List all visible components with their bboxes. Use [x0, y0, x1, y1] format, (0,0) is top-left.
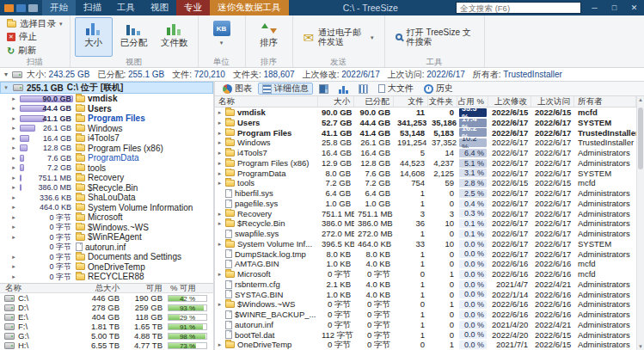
- file-row[interactable]: ▸ProgramData8.0 GB7.6 GB14,6082,1253.1 %…: [215, 169, 636, 179]
- treemap-button[interactable]: [315, 83, 333, 95]
- refresh-button[interactable]: ↻ 刷新: [4, 44, 65, 57]
- drive-column-header[interactable]: 名称: [3, 283, 77, 294]
- tree-item[interactable]: ▸12.8 GBProgram Files (x86): [0, 144, 213, 154]
- chevron-down-icon[interactable]: ▾: [4, 71, 8, 78]
- file-row[interactable]: autorun.inf0 字节0 字节100.0 %2021/4/202022/…: [215, 320, 636, 330]
- history-clock-button[interactable]: 历史: [420, 83, 457, 95]
- expand-icon[interactable]: ▸: [10, 194, 17, 201]
- unit-button[interactable]: KB ▾: [203, 17, 241, 57]
- expand-icon[interactable]: ▸: [10, 155, 17, 162]
- drive-row[interactable]: F:\1.81 TB1.65 TB91 %: [0, 322, 213, 331]
- expand-icon[interactable]: ▸: [217, 209, 223, 219]
- view-mode-filecount-button[interactable]: 文件数: [156, 17, 193, 57]
- drive-column-header[interactable]: 总大小: [77, 283, 125, 294]
- drive-row[interactable]: E:\404 GB118 GB29 %: [0, 312, 213, 322]
- details-list-button[interactable]: 详细信息: [258, 83, 313, 95]
- tab-pro[interactable]: 专业: [176, 0, 210, 15]
- scrollbar-thumb[interactable]: [638, 107, 643, 169]
- file-row[interactable]: swapfile.sys272.0 MB272.0 MB100.1 %2022/…: [215, 229, 636, 239]
- select-directory-button[interactable]: 选择目录 ▾: [4, 17, 65, 30]
- pie-chart-button[interactable]: 图表: [218, 83, 256, 95]
- minimize-button[interactable]: ─: [585, 0, 604, 15]
- tab-contextual[interactable]: 迷你兔数据工具: [210, 0, 289, 15]
- expand-icon[interactable]: ▸: [10, 254, 17, 261]
- file-row[interactable]: ▸Program Files (x86)12.9 GB12.8 GB44,523…: [215, 158, 636, 169]
- file-row[interactable]: ▸$Recycle.Bin386.0 MB386.0 MB36100.1 %20…: [215, 218, 636, 229]
- large-file-button[interactable]: 大文件: [374, 83, 418, 95]
- tree-item[interactable]: ▸7.2 GBtools: [0, 163, 213, 174]
- file-row[interactable]: pagefile.sys1.0 GB1.0 GB100.4 %2022/6/17…: [215, 199, 636, 209]
- tree-item[interactable]: ▸0 字节Microsoft: [0, 212, 213, 223]
- tree-root-row[interactable]: ▾ 255.1 GB C:\ 位于 [联机]: [0, 82, 213, 94]
- expand-icon[interactable]: ▸: [217, 158, 223, 169]
- expand-icon[interactable]: ▸: [10, 125, 17, 132]
- tree-item[interactable]: ▸0 字节$Windows.~WS: [0, 223, 213, 233]
- file-row[interactable]: DumpStack.log.tmp8.0 KB8.0 KB100.0 %2022…: [215, 249, 636, 260]
- view-mode-size-button[interactable]: 大小: [75, 17, 113, 57]
- tree-item[interactable]: ▸0 字节$WinREAgent: [0, 232, 213, 243]
- file-row[interactable]: ▸Windows25.8 GB26.1 GB191,25437,35210.2 …: [215, 138, 636, 148]
- tree-item[interactable]: ▸0 字节OneDriveTemp: [0, 262, 213, 273]
- file-row[interactable]: ▸tools7.2 GB7.2 GB754592.8 %2022/6/15202…: [215, 178, 636, 188]
- tree-item[interactable]: ▸751.1 MBRecovery: [0, 173, 213, 183]
- collapse-icon[interactable]: ▾: [3, 84, 9, 91]
- drive-column-header[interactable]: % 可用: [168, 283, 211, 294]
- tree-item[interactable]: ▸90.0 GBvmdisk: [0, 94, 213, 104]
- tree-item[interactable]: ▸386.0 MB$Recycle.Bin: [0, 183, 213, 193]
- columns-button[interactable]: [354, 83, 372, 95]
- expand-icon[interactable]: ▸: [10, 184, 17, 191]
- file-row[interactable]: ▸Program Files41.1 GB41.4 GB53,1485,1831…: [215, 128, 636, 138]
- tree-item[interactable]: ▸44.4 GBUsers: [0, 104, 213, 114]
- tree-item[interactable]: ▸7.6 GBProgramData: [0, 153, 213, 163]
- expand-icon[interactable]: ▸: [217, 118, 223, 128]
- ribbon-tab[interactable]: 扫描: [76, 0, 109, 15]
- expand-icon[interactable]: ▸: [217, 269, 223, 279]
- expand-icon[interactable]: ▸: [217, 138, 223, 148]
- quick-access-icon-1[interactable]: [16, 4, 26, 12]
- file-row[interactable]: SYSTAG.BIN1.0 KB4.0 KB100.0 %2022/1/1420…: [215, 290, 636, 300]
- tree-item[interactable]: ▸26.1 GBWindows: [0, 124, 213, 134]
- drive-row[interactable]: C:\446 GB190 GB42 %: [0, 293, 213, 303]
- expand-icon[interactable]: ▸: [10, 135, 17, 142]
- drive-column-header[interactable]: 可用: [125, 283, 168, 294]
- expand-icon[interactable]: ▸: [217, 107, 223, 118]
- file-row[interactable]: hiberfil.sys6.4 GB6.4 GB102.5 %2022/6/17…: [215, 188, 636, 199]
- file-row[interactable]: ▸System Volume Inf...396.5 KB464.0 KB331…: [215, 239, 636, 249]
- ribbon-tab[interactable]: 工具: [109, 0, 143, 15]
- tree-item[interactable]: ▸41.1 GBProgram Files: [0, 114, 213, 124]
- column-header[interactable]: 占用 %: [457, 96, 488, 107]
- file-row[interactable]: ▸Users52.7 GB44.4 GB341,25335,18617.4 %2…: [215, 118, 636, 128]
- tree-item[interactable]: ▸16.4 GBi4Tools7: [0, 133, 213, 144]
- column-header[interactable]: 文件: [394, 96, 428, 107]
- scroll-up-icon[interactable]: ▲: [637, 97, 644, 102]
- expand-icon[interactable]: ▸: [217, 299, 223, 310]
- bar-chart-button[interactable]: [334, 83, 353, 95]
- fulltext-search-input[interactable]: [456, 2, 581, 14]
- expand-icon[interactable]: ▸: [10, 273, 17, 280]
- expand-icon[interactable]: ▸: [10, 214, 17, 221]
- file-row[interactable]: $WINRE_BACKUP_...0 字节0 字节100.0 %2022/6/1…: [215, 310, 636, 320]
- ribbon-tab[interactable]: 开始: [42, 0, 76, 15]
- vertical-scrollbar[interactable]: ▲ ▼: [636, 96, 644, 350]
- expand-icon[interactable]: ▸: [217, 128, 223, 138]
- expand-icon[interactable]: ▸: [10, 95, 17, 102]
- column-header[interactable]: 上次访问: [531, 96, 574, 107]
- column-header[interactable]: 所有者: [574, 96, 636, 107]
- expand-icon[interactable]: ▸: [10, 234, 17, 241]
- column-header[interactable]: 名称: [215, 96, 318, 107]
- expand-icon[interactable]: ▸: [10, 263, 17, 270]
- send-email-button[interactable]: ✉ 通过电子邮件发送 ▾: [297, 17, 380, 57]
- column-header[interactable]: 文件夹: [428, 96, 457, 107]
- column-header[interactable]: 已分配: [354, 96, 394, 107]
- stop-button[interactable]: ✕ 停止: [4, 31, 65, 44]
- file-row[interactable]: ▸Recovery751.1 MB751.1 MB330.3 %2022/6/1…: [215, 209, 636, 219]
- expand-icon[interactable]: ▸: [10, 115, 17, 122]
- drive-row[interactable]: D:\278 GB259 GB93 %: [0, 303, 213, 312]
- column-header[interactable]: 上次修改: [488, 96, 531, 107]
- expand-icon[interactable]: ▸: [217, 218, 223, 229]
- expand-icon[interactable]: ▸: [10, 105, 17, 112]
- ribbon-tab[interactable]: 视图: [143, 0, 176, 15]
- close-button[interactable]: ✕: [624, 0, 644, 15]
- sort-button[interactable]: 排序: [250, 17, 288, 57]
- column-header[interactable]: 大小: [318, 96, 354, 107]
